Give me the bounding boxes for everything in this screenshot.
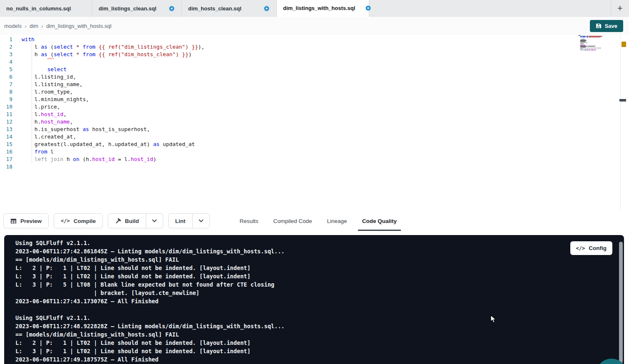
terminal-line: == [models/dim/dim_listings_with_hosts.s… [15, 330, 574, 339]
terminal-panel: Using SQLFluff v2.1.1.2023-06-06T11:27:4… [4, 235, 624, 364]
line-number: 1 [0, 36, 12, 43]
save-button[interactable]: Save [590, 20, 623, 32]
code-line: l.room_type, [22, 88, 575, 96]
file-tab-label: no_nulls_in_columns.sql [6, 5, 71, 12]
code-line: l.host_id, [22, 111, 575, 118]
breadcrumb-dim[interactable]: dim [30, 23, 38, 29]
terminal-scrollbar[interactable] [619, 242, 623, 363]
terminal-line: L: 3 | P: 5 | LT08 | Blank line expected… [15, 280, 574, 289]
line-number: 13 [0, 126, 12, 133]
code-line: l.created_at, [22, 133, 575, 141]
terminal-line: L: 3 | P: 1 | LT02 | Line should not be … [15, 272, 574, 280]
code-line: h as (select * from {{ ref("dim_hosts_cl… [22, 51, 575, 58]
chevron-right-icon: › [25, 22, 27, 30]
action-toolbar: Preview</>CompileBuildLint ResultsCompil… [0, 210, 629, 232]
lint-dropdown-button[interactable] [192, 214, 209, 228]
build-button[interactable]: Build [108, 213, 163, 228]
code-editor[interactable]: 123456789101112131415161718 with l as (s… [0, 35, 629, 210]
hammer-icon [115, 218, 121, 224]
config-button[interactable]: </> Config [570, 241, 612, 255]
code-line: greatest(l.updated_at, h.updated_at) as … [22, 141, 575, 148]
line-number: 2 [0, 43, 12, 51]
line-number: 10 [0, 103, 12, 111]
line-number: 16 [0, 148, 12, 156]
code-content[interactable]: with l as (select * from {{ ref("dim_lis… [22, 36, 575, 171]
code-icon: </> [61, 218, 70, 224]
file-tab-no_nulls_in_columns[interactable]: no_nulls_in_columns.sql [0, 0, 92, 17]
file-tab-dim_listings_clean[interactable]: dim_listings_clean.sql [92, 0, 182, 17]
unsaved-dot-icon [264, 6, 269, 11]
config-button-label: Config [589, 245, 607, 251]
breadcrumb-file: dim_listings_with_hosts.sql [46, 23, 112, 29]
lint-button-main[interactable]: Lint [169, 214, 192, 228]
terminal-line: 2023-06-06T11:27:49.187575Z — All Finish… [15, 355, 574, 364]
save-button-label: Save [605, 23, 617, 29]
line-number: 8 [0, 88, 12, 96]
line-number: 14 [0, 133, 12, 141]
result-tab-bar: ResultsCompiled CodeLineageCode Quality [232, 210, 404, 232]
minimap[interactable] [579, 35, 620, 210]
terminal-line: 2023-06-06T11:27:48.922828Z — Linting mo… [15, 322, 574, 330]
breadcrumb-bar: models › dim › dim_listings_with_hosts.s… [0, 17, 629, 35]
code-line [22, 58, 575, 66]
line-number: 3 [0, 51, 12, 58]
new-tab-button[interactable]: + [611, 0, 629, 17]
line-number: 12 [0, 118, 12, 126]
unsaved-dot-icon [169, 6, 174, 11]
code-line: left join h on (h.host_id = l.host_id) [22, 156, 575, 163]
lint-button[interactable]: Lint [168, 213, 210, 228]
terminal-line: | bracket. [layout.cte_newline] [15, 289, 574, 297]
compile-button[interactable]: </>Compile [54, 213, 103, 228]
build-button-main[interactable]: Build [108, 214, 146, 228]
code-line: h.host_name, [22, 118, 575, 126]
terminal-line: Using SQLFluff v2.1.1. [15, 314, 574, 322]
terminal-line: L: 2 | P: 1 | LT02 | Line should not be … [15, 264, 574, 272]
terminal-line: Using SQLFluff v2.1.1. [15, 239, 574, 247]
breadcrumb-models[interactable]: models [4, 23, 22, 29]
tab-code-quality[interactable]: Code Quality [355, 210, 404, 232]
line-number: 4 [0, 58, 12, 66]
minimap-line [579, 50, 620, 51]
code-line: select [22, 66, 575, 73]
plus-icon: + [617, 3, 623, 14]
overview-ruler-border [620, 35, 621, 210]
unsaved-dot-icon [366, 6, 370, 10]
code-line: h.is_superhost as host_is_superhost, [22, 126, 575, 133]
preview-button-main[interactable]: Preview [4, 214, 48, 228]
code-line: l.minimum_nights, [22, 96, 575, 103]
floppy-disk-icon [596, 23, 602, 29]
line-number: 6 [0, 73, 12, 81]
line-number: 5 [0, 66, 12, 73]
file-tab-dim_listings_with_hosts[interactable]: dim_listings_with_hosts.sql [277, 0, 369, 17]
code-line: l.listing_id, [22, 73, 575, 81]
build-dropdown-button[interactable] [146, 214, 163, 228]
line-number: 18 [0, 163, 12, 171]
chevron-right-icon: › [41, 22, 43, 30]
preview-button-label: Preview [20, 218, 42, 224]
file-tab-bar: no_nulls_in_columns.sqldim_listings_clea… [0, 0, 629, 17]
code-line: l.price, [22, 103, 575, 111]
line-number: 11 [0, 111, 12, 118]
terminal-line: L: 3 | P: 1 | LT02 | Line should not be … [15, 347, 574, 355]
terminal-output: Using SQLFluff v2.1.1.2023-06-06T11:27:4… [15, 239, 574, 364]
code-line [22, 163, 575, 171]
tab-compiled-code[interactable]: Compiled Code [266, 210, 320, 232]
tab-results[interactable]: Results [232, 210, 266, 232]
terminal-line [15, 305, 574, 314]
preview-button[interactable]: Preview [3, 213, 49, 228]
table-icon [10, 218, 17, 224]
tab-lineage[interactable]: Lineage [320, 210, 355, 232]
file-tab-label: dim_listings_clean.sql [99, 5, 157, 12]
compile-button-label: Compile [74, 218, 96, 224]
file-tab-label: dim_hosts_clean.sql [188, 5, 241, 12]
line-number: 15 [0, 141, 12, 148]
terminal-line: 2023-06-06T11:27:43.173076Z — All Finish… [15, 297, 574, 305]
file-tab-dim_hosts_clean[interactable]: dim_hosts_clean.sql [182, 0, 277, 17]
line-number: 7 [0, 81, 12, 88]
chevron-down-icon [152, 219, 157, 223]
compile-button-main[interactable]: </>Compile [54, 214, 102, 228]
line-number: 9 [0, 96, 12, 103]
line-number: 17 [0, 156, 12, 163]
overview-ruler-warning-marker [622, 42, 626, 47]
code-icon: </> [576, 245, 585, 251]
